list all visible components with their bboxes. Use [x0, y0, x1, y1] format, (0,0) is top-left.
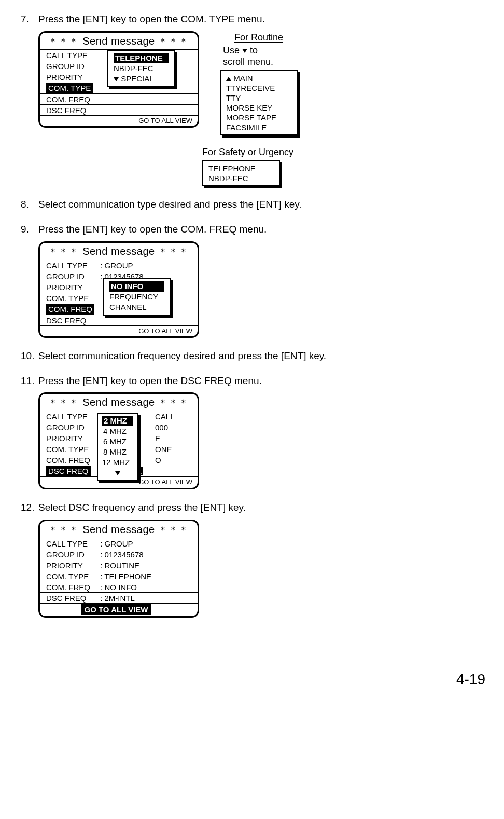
option-8mhz[interactable]: 8 MHZ — [102, 447, 133, 457]
value-group-id: : 012345678 — [100, 550, 143, 559]
label-dsc-freq: DSC FREQ — [46, 105, 98, 116]
label-group-id: GROUP ID — [46, 61, 98, 72]
value-com-freq: : NO INFO — [100, 583, 137, 592]
menu-main[interactable]: MAIN — [226, 73, 291, 83]
step-text: Press the [ENT] key to open the DSC FREQ… — [38, 374, 262, 388]
step-number: 9. — [21, 223, 38, 236]
option-12mhz[interactable]: 12 MHZ — [102, 457, 133, 468]
step-8: 8. Select communication type desired and… — [21, 198, 485, 211]
option-6mhz[interactable]: 6 MHZ — [102, 436, 133, 447]
label-com-type-selected[interactable]: COM. TYPE — [46, 83, 93, 93]
label-call-type: CALL TYPE — [46, 538, 98, 549]
step-number: 7. — [21, 12, 38, 26]
menu-morse-key[interactable]: MORSE KEY — [226, 103, 291, 113]
go-to-all-view[interactable]: GO TO ALL VIEW — [40, 325, 198, 337]
figure-step-9: ＊＊＊ Send message ＊＊＊ CALL TYPE : GROUP G… — [38, 241, 485, 338]
step-number: 10. — [21, 349, 38, 363]
label-call-type: CALL TYPE — [46, 411, 98, 422]
step-7: 7. Press the [ENT] key to open the COM. … — [21, 12, 485, 186]
partial-e: E — [155, 434, 160, 443]
lcd-com-freq: ＊＊＊ Send message ＊＊＊ CALL TYPE : GROUP G… — [38, 241, 199, 338]
panel-title: ＊＊＊ Send message ＊＊＊ — [40, 243, 198, 258]
value-priority: : ROUTINE — [100, 561, 139, 570]
option-channel[interactable]: CHANNEL — [109, 302, 164, 312]
step-11: 11. Press the [ENT] key to open the DSC … — [21, 374, 485, 489]
label-dsc-freq-selected[interactable]: DSC FREQ — [46, 466, 91, 476]
step-text: Select communication frequency desired a… — [38, 349, 326, 363]
label-com-freq-selected[interactable]: COM. FREQ — [46, 304, 94, 315]
label-group-id: GROUP ID — [46, 549, 98, 560]
step-text: Select communication type desired and pr… — [38, 198, 302, 211]
label-priority: PRIORITY — [46, 282, 98, 293]
step-text: Select DSC frequency and press the [ENT]… — [38, 501, 246, 514]
value-dsc-freq: : 2M-INTL — [100, 594, 135, 603]
step-number: 12. — [21, 501, 38, 514]
step-text: Press the [ENT] key to open the COM. TYP… — [38, 12, 265, 26]
label-com-type: COM. TYPE — [46, 444, 98, 455]
label-call-type: CALL TYPE — [46, 50, 98, 61]
go-to-all-view-selected[interactable]: GO TO ALL VIEW — [40, 604, 198, 616]
label-priority: PRIORITY — [46, 72, 98, 83]
menu-telephone[interactable]: TELEPHONE — [208, 163, 274, 173]
option-telephone[interactable]: TELEPHONE — [114, 53, 169, 63]
label-com-freq: COM. FREQ — [46, 94, 98, 105]
label-call-type: CALL TYPE — [46, 260, 98, 271]
figure-step-7: ＊＊＊ Send message ＊＊＊ CALL TYPE GROUP ID … — [38, 31, 485, 135]
instruction-list: 7. Press the [ENT] key to open the COM. … — [21, 12, 485, 618]
menu-nbdp-fec[interactable]: NBDP-FEC — [208, 173, 274, 183]
option-4mhz[interactable]: 4 MHZ — [102, 426, 133, 436]
menu-morse-tape[interactable]: MORSE TAPE — [226, 113, 291, 122]
option-2mhz[interactable]: 2 MHZ — [102, 416, 133, 426]
partial-o: O — [155, 456, 161, 465]
chevron-up-icon — [226, 77, 231, 81]
menu-facsimile[interactable]: FACSIMILE — [226, 122, 291, 132]
label-com-freq: COM. FREQ — [46, 582, 98, 593]
panel-title: ＊＊＊ Send message ＊＊＊ — [40, 394, 198, 410]
scroll-note: Use to scroll menu. — [223, 45, 298, 68]
step-9: 9. Press the [ENT] key to open the COM. … — [21, 223, 485, 338]
page-number: 4-19 — [21, 670, 485, 689]
chevron-down-icon — [242, 49, 247, 53]
option-frequency[interactable]: FREQUENCY — [109, 292, 164, 302]
step-number: 8. — [21, 198, 38, 211]
label-com-type: COM. TYPE — [46, 571, 98, 582]
value-call-type: : GROUP — [100, 261, 133, 270]
routine-header: For Routine — [220, 31, 298, 44]
value-com-type: : TELEPHONE — [100, 572, 151, 581]
step-10: 10. Select communication frequency desir… — [21, 349, 485, 363]
safety-aside: For Safety or Urgency TELEPHONE NBDP-FEC — [202, 146, 485, 186]
lcd-dsc-freq: ＊＊＊ Send message ＊＊＊ CALL TYPECALL GROUP… — [38, 392, 199, 489]
label-dsc-freq: DSC FREQ — [46, 593, 98, 604]
option-no-info[interactable]: NO INFO — [109, 281, 164, 292]
menu-ttyreceive[interactable]: TTYRECEIVE — [226, 83, 291, 93]
dsc-freq-popup: 2 MHZ 4 MHZ 6 MHZ 8 MHZ 12 MHZ — [97, 413, 138, 481]
panel-title: ＊＊＊ Send message ＊＊＊ — [40, 33, 198, 48]
safety-menu: TELEPHONE NBDP-FEC — [202, 160, 280, 186]
figure-step-12: ＊＊＊ Send message ＊＊＊ CALL TYPE : GROUP G… — [38, 520, 485, 618]
option-nbdp-fec[interactable]: NBDP-FEC — [114, 63, 169, 74]
panel-title: ＊＊＊ Send message ＊＊＊ — [40, 521, 198, 537]
step-text: Press the [ENT] key to open the COM. FRE… — [38, 223, 267, 236]
step-12: 12. Select DSC frequency and press the [… — [21, 501, 485, 618]
label-com-type: COM. TYPE — [46, 293, 98, 304]
chevron-down-icon — [115, 471, 120, 475]
label-group-id: GROUP ID — [46, 422, 98, 433]
go-to-all-view[interactable]: GO TO ALL VIEW — [40, 115, 198, 127]
partial-000: 000 — [155, 423, 168, 432]
label-dsc-freq: DSC FREQ — [46, 315, 98, 326]
option-special[interactable]: SPECIAL — [114, 74, 169, 84]
routine-aside: For Routine Use to scroll menu. MAIN TTY… — [220, 31, 298, 135]
partial-call: CALL — [155, 412, 175, 421]
figure-step-11: ＊＊＊ Send message ＊＊＊ CALL TYPECALL GROUP… — [38, 392, 485, 489]
lcd-summary: ＊＊＊ Send message ＊＊＊ CALL TYPE : GROUP G… — [38, 520, 199, 618]
com-freq-popup: NO INFO FREQUENCY CHANNEL — [103, 278, 171, 316]
lcd-com-type: ＊＊＊ Send message ＊＊＊ CALL TYPE GROUP ID … — [38, 31, 199, 128]
menu-tty[interactable]: TTY — [226, 93, 291, 103]
safety-header: For Safety or Urgency — [202, 146, 485, 158]
option-more[interactable] — [102, 468, 133, 478]
step-number: 11. — [21, 374, 38, 388]
com-type-popup: TELEPHONE NBDP-FEC SPECIAL — [107, 50, 175, 87]
label-group-id: GROUP ID — [46, 271, 98, 282]
label-priority: PRIORITY — [46, 560, 98, 571]
label-priority: PRIORITY — [46, 433, 98, 444]
